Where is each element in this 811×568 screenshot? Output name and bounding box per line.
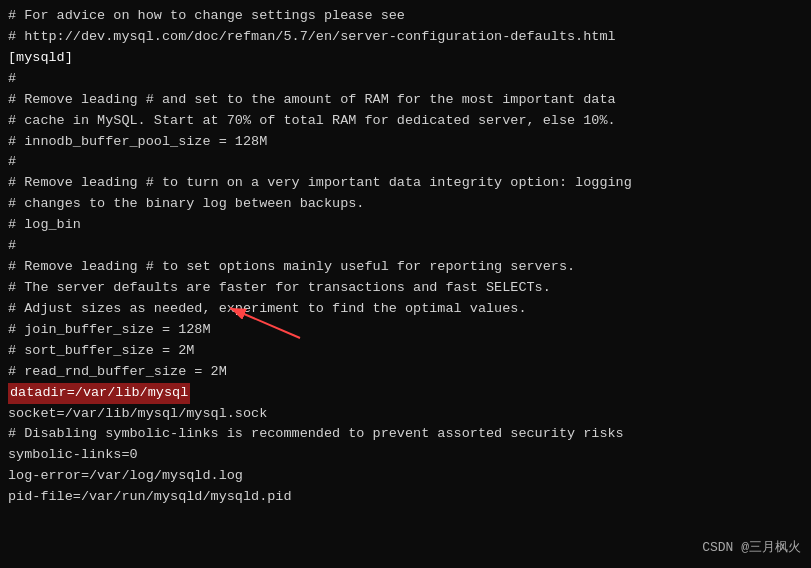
line-line9: # (8, 152, 803, 173)
line-line18: # sort_buffer_size = 2M (8, 341, 803, 362)
line-line27: pid-file=/var/run/mysqld/mysqld.pid (8, 487, 803, 508)
line-line11: # changes to the binary log between back… (8, 194, 803, 215)
line-line15: # The server defaults are faster for tra… (8, 278, 803, 299)
line-line10: # Remove leading # to turn on a very imp… (8, 173, 803, 194)
line-line16: # Adjust sizes as needed, experiment to … (8, 299, 803, 320)
line-line26: log-error=/var/log/mysqld.log (8, 466, 803, 487)
line-line7: # cache in MySQL. Start at 70% of total … (8, 111, 803, 132)
line-line8: # innodb_buffer_pool_size = 128M (8, 132, 803, 153)
line-line2: # http://dev.mysql.com/doc/refman/5.7/en… (8, 27, 803, 48)
terminal-window: # For advice on how to change settings p… (0, 0, 811, 568)
line-line20: datadir=/var/lib/mysql (8, 383, 803, 404)
line-line6: # Remove leading # and set to the amount… (8, 90, 803, 111)
line-line23: # Disabling symbolic-links is recommende… (8, 424, 803, 445)
line-line21: socket=/var/lib/mysql/mysql.sock (8, 404, 803, 425)
watermark-text: CSDN @三月枫火 (702, 538, 801, 558)
line-line5: # (8, 69, 803, 90)
line-line17: # join_buffer_size = 128M (8, 320, 803, 341)
highlighted-text: datadir=/var/lib/mysql (8, 383, 190, 404)
line-line12: # log_bin (8, 215, 803, 236)
line-line24: symbolic-links=0 (8, 445, 803, 466)
line-line1: # For advice on how to change settings p… (8, 6, 803, 27)
line-line19: # read_rnd_buffer_size = 2M (8, 362, 803, 383)
line-line13: # (8, 236, 803, 257)
line-line14: # Remove leading # to set options mainly… (8, 257, 803, 278)
line-line4: [mysqld] (8, 48, 803, 69)
